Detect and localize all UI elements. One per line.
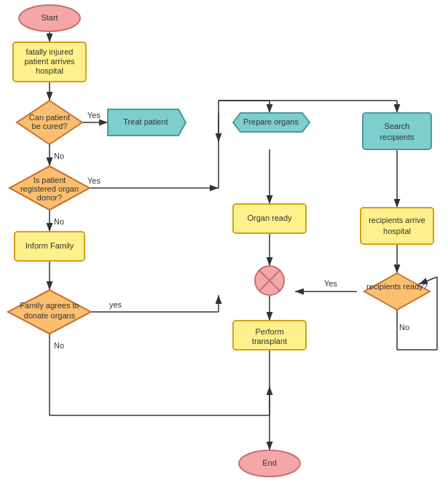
family-label1: Family agrees to bbox=[20, 301, 79, 310]
fatally-label1: fatally injured bbox=[26, 47, 74, 56]
search-recipients-node bbox=[363, 113, 431, 149]
no-label2: No bbox=[54, 217, 64, 226]
perform-label1: Perform bbox=[255, 327, 283, 336]
yes-label4: Yes bbox=[324, 279, 337, 288]
organ-ready-label: Organ ready bbox=[247, 214, 292, 222]
is-donor-label3: donor? bbox=[37, 193, 62, 202]
can-cured-label2: be cured? bbox=[32, 122, 68, 130]
fatally-label2: patient arrives bbox=[24, 57, 75, 66]
search-label1: Search bbox=[385, 122, 410, 130]
end-label: End bbox=[262, 458, 277, 467]
yes-label3: yes bbox=[109, 300, 122, 309]
recipients-ready-diamond bbox=[364, 273, 430, 310]
treat-label: Treat patient bbox=[123, 117, 168, 126]
ready-label1: recipients ready? bbox=[366, 282, 428, 291]
inform-label: Inform Family bbox=[25, 241, 74, 250]
can-cured-label1: Can patient bbox=[29, 113, 70, 122]
no-label4: No bbox=[399, 323, 409, 332]
fatally-label3: hospital bbox=[36, 66, 63, 75]
perform-label2: transplant bbox=[252, 337, 287, 345]
no-label3: No bbox=[54, 341, 64, 350]
no-label1: No bbox=[54, 152, 64, 160]
yes-label2: Yes bbox=[87, 176, 101, 185]
search-label2: recipients bbox=[380, 133, 414, 141]
family-label2: donate organs bbox=[24, 311, 76, 320]
is-donor-label1: Is patient bbox=[34, 176, 66, 184]
arrive-label2: hospital bbox=[383, 227, 411, 235]
is-donor-label2: registered organ bbox=[20, 184, 79, 193]
yes-label: Yes bbox=[87, 111, 101, 120]
prepare-label: Prepare organs bbox=[243, 117, 299, 126]
start-label: Start bbox=[41, 13, 58, 22]
arrive-label1: recipients arrive bbox=[369, 216, 425, 224]
